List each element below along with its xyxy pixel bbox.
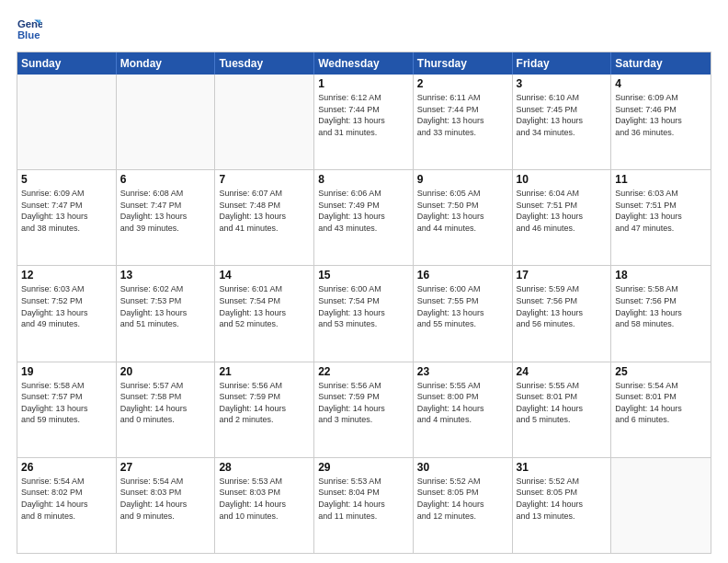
cell-text: Sunrise: 6:09 AM Sunset: 7:47 PM Dayligh… <box>21 188 112 234</box>
cell-text: Sunrise: 6:02 AM Sunset: 7:53 PM Dayligh… <box>120 283 211 329</box>
cell-text: Sunrise: 5:58 AM Sunset: 7:56 PM Dayligh… <box>615 283 707 329</box>
cal-cell <box>611 458 711 553</box>
day-number: 5 <box>21 173 112 186</box>
day-number: 24 <box>517 365 608 378</box>
cal-cell: 22Sunrise: 5:56 AM Sunset: 7:59 PM Dayli… <box>314 362 414 457</box>
cal-cell: 9Sunrise: 6:05 AM Sunset: 7:50 PM Daylig… <box>414 170 513 265</box>
cell-text: Sunrise: 5:55 AM Sunset: 8:00 PM Dayligh… <box>417 380 508 426</box>
cal-cell: 4Sunrise: 6:09 AM Sunset: 7:46 PM Daylig… <box>611 75 711 169</box>
day-number: 9 <box>417 173 508 186</box>
page: General Blue SundayMondayTuesdayWednesda… <box>0 0 728 563</box>
cell-text: Sunrise: 5:56 AM Sunset: 7:59 PM Dayligh… <box>318 380 409 426</box>
day-number: 2 <box>417 77 508 90</box>
calendar-header: SundayMondayTuesdayWednesdayThursdayFrid… <box>17 52 711 75</box>
cal-cell: 15Sunrise: 6:00 AM Sunset: 7:54 PM Dayli… <box>314 266 414 361</box>
day-header-thursday: Thursday <box>414 52 513 75</box>
cell-text: Sunrise: 6:12 AM Sunset: 7:44 PM Dayligh… <box>318 92 409 138</box>
cell-text: Sunrise: 5:54 AM Sunset: 8:01 PM Dayligh… <box>615 380 707 426</box>
cell-text: Sunrise: 6:06 AM Sunset: 7:49 PM Dayligh… <box>318 188 409 234</box>
cell-text: Sunrise: 6:04 AM Sunset: 7:51 PM Dayligh… <box>517 188 608 234</box>
day-number: 18 <box>615 269 707 282</box>
cell-text: Sunrise: 6:08 AM Sunset: 7:47 PM Dayligh… <box>120 188 211 234</box>
cal-cell: 19Sunrise: 5:58 AM Sunset: 7:57 PM Dayli… <box>17 362 117 457</box>
cell-text: Sunrise: 5:53 AM Sunset: 8:04 PM Dayligh… <box>318 476 409 522</box>
day-number: 27 <box>120 461 211 474</box>
cal-cell: 30Sunrise: 5:52 AM Sunset: 8:05 PM Dayli… <box>414 458 513 553</box>
cell-text: Sunrise: 5:59 AM Sunset: 7:56 PM Dayligh… <box>517 283 608 329</box>
cal-cell: 5Sunrise: 6:09 AM Sunset: 7:47 PM Daylig… <box>17 170 117 265</box>
day-number: 20 <box>120 365 211 378</box>
day-number: 6 <box>120 173 211 186</box>
day-number: 7 <box>219 173 310 186</box>
cal-cell: 7Sunrise: 6:07 AM Sunset: 7:48 PM Daylig… <box>215 170 314 265</box>
day-number: 16 <box>417 269 508 282</box>
week-row-2: 5Sunrise: 6:09 AM Sunset: 7:47 PM Daylig… <box>17 170 711 266</box>
cal-cell: 3Sunrise: 6:10 AM Sunset: 7:45 PM Daylig… <box>513 75 612 169</box>
cal-cell: 12Sunrise: 6:03 AM Sunset: 7:52 PM Dayli… <box>17 266 117 361</box>
cal-cell: 18Sunrise: 5:58 AM Sunset: 7:56 PM Dayli… <box>611 266 711 361</box>
day-number: 4 <box>615 77 707 90</box>
cal-cell: 25Sunrise: 5:54 AM Sunset: 8:01 PM Dayli… <box>611 362 711 457</box>
cal-cell: 21Sunrise: 5:56 AM Sunset: 7:59 PM Dayli… <box>215 362 314 457</box>
cal-cell: 28Sunrise: 5:53 AM Sunset: 8:03 PM Dayli… <box>215 458 314 553</box>
cell-text: Sunrise: 5:52 AM Sunset: 8:05 PM Dayligh… <box>417 476 508 522</box>
day-number: 11 <box>615 173 707 186</box>
day-number: 12 <box>21 269 112 282</box>
cell-text: Sunrise: 6:10 AM Sunset: 7:45 PM Dayligh… <box>517 92 608 138</box>
week-row-5: 26Sunrise: 5:54 AM Sunset: 8:02 PM Dayli… <box>17 458 711 553</box>
cell-text: Sunrise: 5:56 AM Sunset: 7:59 PM Dayligh… <box>219 380 310 426</box>
day-number: 21 <box>219 365 310 378</box>
cell-text: Sunrise: 6:01 AM Sunset: 7:54 PM Dayligh… <box>219 283 310 329</box>
cal-cell: 31Sunrise: 5:52 AM Sunset: 8:05 PM Dayli… <box>513 458 612 553</box>
cal-cell: 10Sunrise: 6:04 AM Sunset: 7:51 PM Dayli… <box>513 170 612 265</box>
calendar: SundayMondayTuesdayWednesdayThursdayFrid… <box>17 52 711 554</box>
day-number: 30 <box>417 461 508 474</box>
day-number: 23 <box>417 365 508 378</box>
header: General Blue <box>17 17 711 42</box>
cal-cell: 14Sunrise: 6:01 AM Sunset: 7:54 PM Dayli… <box>215 266 314 361</box>
cal-cell: 26Sunrise: 5:54 AM Sunset: 8:02 PM Dayli… <box>17 458 117 553</box>
cell-text: Sunrise: 6:03 AM Sunset: 7:52 PM Dayligh… <box>21 283 112 329</box>
logo-icon: General Blue <box>17 17 42 42</box>
cell-text: Sunrise: 6:03 AM Sunset: 7:51 PM Dayligh… <box>615 188 707 234</box>
calendar-body: 1Sunrise: 6:12 AM Sunset: 7:44 PM Daylig… <box>17 75 711 553</box>
cal-cell: 6Sunrise: 6:08 AM Sunset: 7:47 PM Daylig… <box>117 170 216 265</box>
cal-cell <box>215 75 314 169</box>
cal-cell: 13Sunrise: 6:02 AM Sunset: 7:53 PM Dayli… <box>117 266 216 361</box>
week-row-1: 1Sunrise: 6:12 AM Sunset: 7:44 PM Daylig… <box>17 75 711 170</box>
day-number: 14 <box>219 269 310 282</box>
cell-text: Sunrise: 5:58 AM Sunset: 7:57 PM Dayligh… <box>21 380 112 426</box>
day-number: 25 <box>615 365 707 378</box>
day-number: 17 <box>517 269 608 282</box>
cal-cell: 20Sunrise: 5:57 AM Sunset: 7:58 PM Dayli… <box>117 362 216 457</box>
week-row-4: 19Sunrise: 5:58 AM Sunset: 7:57 PM Dayli… <box>17 362 711 458</box>
cal-cell: 8Sunrise: 6:06 AM Sunset: 7:49 PM Daylig… <box>314 170 414 265</box>
day-number: 26 <box>21 461 112 474</box>
cell-text: Sunrise: 6:00 AM Sunset: 7:55 PM Dayligh… <box>417 283 508 329</box>
day-number: 28 <box>219 461 310 474</box>
cell-text: Sunrise: 5:54 AM Sunset: 8:03 PM Dayligh… <box>120 476 211 522</box>
cell-text: Sunrise: 5:54 AM Sunset: 8:02 PM Dayligh… <box>21 476 112 522</box>
cell-text: Sunrise: 6:09 AM Sunset: 7:46 PM Dayligh… <box>615 92 707 138</box>
day-number: 8 <box>318 173 409 186</box>
day-header-monday: Monday <box>117 52 216 75</box>
cell-text: Sunrise: 6:05 AM Sunset: 7:50 PM Dayligh… <box>417 188 508 234</box>
day-header-sunday: Sunday <box>17 52 117 75</box>
cell-text: Sunrise: 6:07 AM Sunset: 7:48 PM Dayligh… <box>219 188 310 234</box>
cal-cell <box>117 75 216 169</box>
cal-cell: 24Sunrise: 5:55 AM Sunset: 8:01 PM Dayli… <box>513 362 612 457</box>
cal-cell: 11Sunrise: 6:03 AM Sunset: 7:51 PM Dayli… <box>611 170 711 265</box>
cell-text: Sunrise: 5:55 AM Sunset: 8:01 PM Dayligh… <box>517 380 608 426</box>
cal-cell: 17Sunrise: 5:59 AM Sunset: 7:56 PM Dayli… <box>513 266 612 361</box>
day-header-friday: Friday <box>513 52 612 75</box>
day-number: 31 <box>517 461 608 474</box>
day-number: 1 <box>318 77 409 90</box>
cal-cell: 27Sunrise: 5:54 AM Sunset: 8:03 PM Dayli… <box>117 458 216 553</box>
cell-text: Sunrise: 5:57 AM Sunset: 7:58 PM Dayligh… <box>120 380 211 426</box>
cell-text: Sunrise: 6:00 AM Sunset: 7:54 PM Dayligh… <box>318 283 409 329</box>
day-header-wednesday: Wednesday <box>314 52 414 75</box>
day-number: 3 <box>517 77 608 90</box>
cal-cell: 1Sunrise: 6:12 AM Sunset: 7:44 PM Daylig… <box>314 75 414 169</box>
day-number: 10 <box>517 173 608 186</box>
cal-cell <box>17 75 117 169</box>
